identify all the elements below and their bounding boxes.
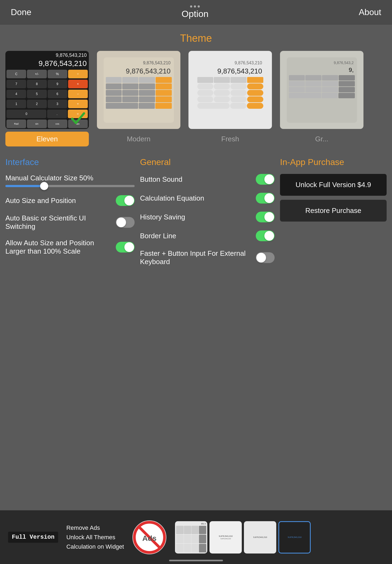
calc-equation-row: Calculation Equation: [140, 193, 275, 204]
calc-equation-knob: [264, 193, 274, 203]
theme-thumbnails: 852.3 9,876,543,2109,876,543,210 9,876,5…: [175, 521, 384, 554]
theme-thumb-4: 9,876,543,210: [278, 521, 311, 554]
border-line-toggle[interactable]: [256, 230, 275, 241]
theme-item-gr[interactable]: 9,876,543,2 9, Gr...: [280, 51, 363, 146]
home-indicator: [169, 560, 223, 561]
full-version-badge: Full Version: [8, 532, 58, 543]
allow-large-toggle[interactable]: [116, 242, 135, 253]
iap-column: In-App Purchase Unlock Full Version $4.9…: [280, 157, 387, 274]
auto-switch-toggle[interactable]: [116, 217, 135, 228]
dot-2: [194, 5, 196, 8]
theme-thumb-2: 9,876,543,2109,876,543,210: [209, 521, 242, 554]
auto-size-row: Auto Size and Position: [5, 195, 135, 206]
auto-switch-knob: [116, 218, 126, 227]
theme-item-fresh[interactable]: 9,876,543,210 9,876,543,210 Fresh: [188, 51, 272, 146]
dot-3: [198, 5, 200, 8]
theme-thumb-1: 852.3: [175, 521, 207, 554]
unlock-full-version-button[interactable]: Unlock Full Version $4.9: [280, 174, 387, 196]
faster-input-knob: [256, 253, 266, 262]
iap-col-title: In-App Purchase: [280, 157, 387, 167]
allow-large-row: Allow Auto Size and Position Larger than…: [5, 239, 135, 255]
button-sound-row: Button Sound: [140, 174, 275, 185]
about-button[interactable]: About: [359, 7, 381, 17]
auto-switch-label: Auto Basic or Scientific UI Switching: [5, 214, 116, 231]
history-saving-row: History Saving: [140, 212, 275, 222]
banner-features: Remove AdsUnlock All ThemesCalculation o…: [66, 523, 124, 552]
bottom-banner: Full Version Remove AdsUnlock All Themes…: [0, 510, 392, 564]
theme-preview-gr: 9,876,543,2 9,: [280, 51, 363, 129]
general-column: General Button Sound Calculation Equatio…: [140, 157, 275, 274]
calc-equation-label: Calculation Equation: [140, 194, 256, 202]
header: Done Option About: [0, 0, 392, 24]
auto-size-knob: [124, 196, 134, 205]
general-col-title: General: [140, 157, 275, 167]
theme-item-modern[interactable]: 9,876,543,210 9,876,543,210 Modern: [97, 51, 180, 146]
checkmark-icon: [70, 110, 86, 126]
button-sound-toggle[interactable]: [256, 174, 275, 185]
interface-column: Interface Manual Calculator Size 50% Aut…: [5, 157, 135, 274]
svg-text:Ads: Ads: [142, 534, 157, 542]
dot-1: [190, 5, 192, 8]
button-sound-label: Button Sound: [140, 175, 256, 184]
allow-large-label: Allow Auto Size and Position Larger than…: [5, 239, 116, 255]
calc-display-large: 9,876,543,210: [5, 59, 89, 69]
history-saving-label: History Saving: [140, 213, 256, 221]
history-saving-knob: [264, 212, 274, 222]
auto-size-label: Auto Size and Position: [5, 197, 116, 205]
no-ads-icon: Ads: [132, 520, 167, 555]
main-content: Interface Manual Calculator Size 50% Aut…: [0, 152, 392, 279]
theme-label-gr: Gr...: [280, 132, 363, 146]
slider-thumb[interactable]: [40, 182, 48, 190]
button-sound-knob: [264, 174, 274, 184]
size-slider-row: Manual Calculator Size 50%: [5, 174, 135, 187]
page-title: Option: [181, 9, 208, 19]
theme-title: Theme: [5, 33, 387, 44]
calc-display-small: 9,876,543,210: [5, 51, 89, 59]
theme-label-fresh: Fresh: [188, 132, 272, 146]
header-center: Option: [181, 5, 208, 19]
theme-preview-modern: 9,876,543,210 9,876,543,210: [97, 51, 180, 129]
history-saving-toggle[interactable]: [256, 212, 275, 222]
theme-thumb-3: 9,876,543,210: [244, 521, 276, 554]
auto-switch-row: Auto Basic or Scientific UI Switching: [5, 214, 135, 231]
interface-col-title: Interface: [5, 157, 135, 167]
restore-purchase-button[interactable]: Restore Purchase: [280, 200, 387, 222]
theme-label-eleven: Eleven: [5, 132, 89, 146]
faster-input-label: Faster + Button Input For External Keybo…: [140, 249, 256, 266]
faster-input-row: Faster + Button Input For External Keybo…: [140, 249, 275, 266]
border-line-label: Border Line: [140, 232, 256, 240]
auto-size-toggle[interactable]: [116, 195, 135, 206]
theme-section: Theme 9,876,543,210 9,876,543,210 C+/-%÷…: [0, 24, 392, 152]
border-line-row: Border Line: [140, 230, 275, 241]
border-line-knob: [264, 231, 274, 241]
theme-preview-fresh: 9,876,543,210 9,876,543,210: [188, 51, 272, 129]
slider-label: Manual Calculator Size 50%: [5, 174, 135, 182]
size-slider[interactable]: [5, 185, 135, 187]
faster-input-toggle[interactable]: [256, 252, 275, 263]
theme-label-modern: Modern: [97, 132, 180, 146]
header-dots: [190, 5, 200, 8]
theme-item-eleven[interactable]: 9,876,543,210 9,876,543,210 C+/-%÷ 789× …: [5, 51, 89, 146]
calc-equation-toggle[interactable]: [256, 193, 275, 204]
theme-preview-eleven: 9,876,543,210 9,876,543,210 C+/-%÷ 789× …: [5, 51, 89, 129]
theme-scroll: 9,876,543,210 9,876,543,210 C+/-%÷ 789× …: [5, 51, 387, 146]
done-button[interactable]: Done: [11, 7, 32, 17]
allow-large-knob: [124, 242, 134, 252]
